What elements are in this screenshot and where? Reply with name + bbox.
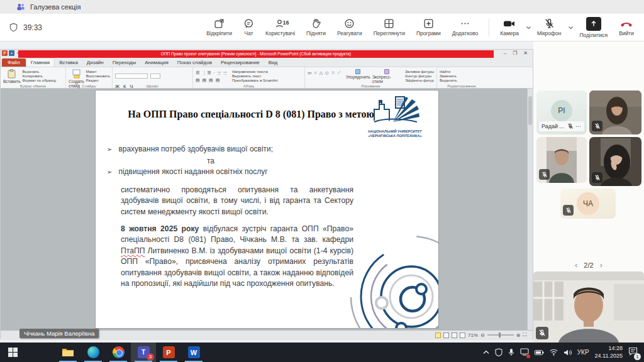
pager-next-icon[interactable]: › <box>600 260 602 270</box>
slide-sorter-icon[interactable] <box>443 332 449 338</box>
reset-button[interactable]: Восстановить <box>86 74 110 78</box>
close-button[interactable]: ✕ <box>523 50 528 56</box>
slide-paragraph-1[interactable]: систематично проводяться опитування та а… <box>121 185 353 217</box>
share-button[interactable]: Поділитися <box>574 15 613 40</box>
defender-icon[interactable] <box>495 348 502 356</box>
zoom-slider[interactable] <box>487 334 514 336</box>
font-name-box[interactable] <box>115 70 160 81</box>
quick-styles-button[interactable]: Экспресс-стили <box>372 69 402 84</box>
slide-title[interactable]: На ОПП Право спеціальності D 8 (081) Пра… <box>103 107 399 121</box>
participant-tile-video-1[interactable] <box>589 90 641 134</box>
unpin-button[interactable]: Відкріпити <box>201 16 238 38</box>
paste-button[interactable]: Вставить <box>3 69 21 84</box>
taskbar-chrome[interactable] <box>106 343 131 362</box>
find-button[interactable]: Найти <box>440 70 457 74</box>
screen-share-indicator-icon[interactable] <box>520 347 529 358</box>
tab-review[interactable]: Рецензирование <box>216 58 264 67</box>
normal-view-icon[interactable] <box>435 332 441 338</box>
camera-options-chevron-icon[interactable] <box>526 26 531 30</box>
participant-name-pill[interactable]: Радай ... ⋯ <box>539 121 584 131</box>
start-button[interactable] <box>0 343 25 362</box>
shapes-gallery[interactable]: ▭ ○ △ ◇ ☆ ⟋ <box>308 69 344 75</box>
replace-button[interactable]: Заменить <box>440 74 457 78</box>
zoom-in-icon[interactable]: ⊕ <box>516 332 521 338</box>
bullet-connector: та <box>107 156 314 165</box>
taskbar-edge[interactable] <box>80 343 106 362</box>
shape-effects-button[interactable]: Эффекты фигур <box>405 79 434 82</box>
language-indicator[interactable]: УКР <box>577 349 589 356</box>
view-button[interactable]: Переглянути <box>368 16 411 38</box>
reading-view-icon[interactable] <box>452 332 457 338</box>
shield-icon[interactable] <box>9 23 18 32</box>
fit-to-window-icon[interactable]: ⛶ <box>523 332 526 338</box>
camera-button[interactable]: Камера <box>494 16 525 38</box>
mic-button[interactable]: Мікрофон <box>531 16 567 38</box>
format-painter-button[interactable]: Формат по образцу <box>23 79 57 82</box>
hidden-icons-chevron-icon[interactable] <box>483 350 489 354</box>
tab-insert[interactable]: Вставка <box>55 58 82 67</box>
copy-button[interactable]: Копировать <box>23 74 57 78</box>
vertical-scrollbar[interactable] <box>527 89 533 330</box>
smartart-button[interactable]: Преобразовать в SmartArt <box>232 79 278 82</box>
taskbar-word[interactable]: W <box>181 343 206 362</box>
slide-bullet-list[interactable]: ➢ врахування потреб здобувачів вищої осв… <box>107 145 358 179</box>
tab-file[interactable]: Файл <box>2 58 26 67</box>
participant-tile-video-2[interactable] <box>536 137 587 183</box>
taskbar-powerpoint[interactable]: P <box>156 343 181 362</box>
mic-options-chevron-icon[interactable] <box>568 26 574 30</box>
minimize-button[interactable]: – <box>504 50 506 56</box>
tab-slideshow[interactable]: Показ слайдов <box>173 58 216 67</box>
participants-button[interactable]: 16 Користувачі <box>260 16 301 38</box>
taskbar-clock[interactable]: 14:28 24.11.2025 <box>595 345 623 359</box>
volume-icon[interactable] <box>564 349 572 356</box>
text-direction-button[interactable]: Направление текста <box>232 70 278 74</box>
participant-tile-cha[interactable]: ЧА <box>560 189 616 219</box>
battery-icon[interactable] <box>535 349 544 356</box>
windows-logo-icon <box>8 348 18 357</box>
layout-button[interactable]: Макет <box>86 70 110 74</box>
chat-button[interactable]: Чат <box>238 16 260 38</box>
slide-paragraph-2[interactable]: 8 жовтня 2025 року відбулася зустріч гар… <box>121 224 353 289</box>
mic-muted-badge <box>592 121 602 131</box>
zoom-slider-thumb[interactable] <box>499 332 501 337</box>
tab-view[interactable]: Вид <box>264 58 282 67</box>
cut-button[interactable]: Вырезать <box>23 70 57 74</box>
react-button[interactable]: Реагувати <box>331 16 368 38</box>
participant-tile-raday[interactable]: РІ Радай ... ⋯ <box>536 90 587 134</box>
shape-outline-button[interactable]: Контур фигуры <box>405 74 434 78</box>
participant-tile-video-3[interactable] <box>589 137 641 186</box>
raise-hand-button[interactable]: Підняти <box>301 16 331 38</box>
restore-button[interactable]: ❐ <box>513 50 517 56</box>
scrollbar-thumb[interactable] <box>528 96 532 125</box>
wifi-icon[interactable] <box>550 349 558 356</box>
more-options-icon[interactable]: ⋯ <box>575 123 582 129</box>
list-buttons[interactable]: ☰ ⋮☰ · 𝄙 𝄙 <box>196 70 228 75</box>
tab-animations[interactable]: Анимация <box>140 58 173 67</box>
tab-home[interactable]: Главная <box>26 58 55 67</box>
zoom-level: 71% <box>468 332 478 338</box>
shape-fill-button[interactable]: Заливка фигуры <box>405 70 434 74</box>
align-text-button[interactable]: Выровнять текст <box>232 74 278 78</box>
tab-design[interactable]: Дизайн <box>82 58 108 67</box>
taskbar-teams[interactable]: T 3 <box>131 343 156 362</box>
taskbar-explorer[interactable] <box>55 343 80 362</box>
action-center-button[interactable]: 1 <box>628 347 638 358</box>
tab-transitions[interactable]: Переходы <box>108 58 141 67</box>
usb-device-icon[interactable] <box>508 348 514 356</box>
apps-button[interactable]: Програми <box>411 16 447 38</box>
popout-icon <box>214 18 225 29</box>
zoom-out-icon[interactable]: ⊖ <box>480 332 485 338</box>
slide-canvas[interactable]: На ОПП Право спеціальності D 8 (081) Пра… <box>95 90 439 329</box>
powerpoint-titlebar[interactable]: P ▪ ↶ ↻ ОПП Право проект опитування [Реж… <box>1 50 533 58</box>
slideshow-icon[interactable] <box>460 332 465 338</box>
leave-button[interactable]: Вийти <box>613 16 644 38</box>
select-button[interactable]: Выделить <box>440 79 457 82</box>
arrange-button[interactable]: Упорядочить <box>346 69 370 79</box>
align-buttons[interactable]: ▤ ▤ ▤ ▤ <box>196 77 228 83</box>
section-button[interactable]: Раздел <box>86 79 110 82</box>
pager-prev-icon[interactable]: ‹ <box>575 260 577 270</box>
save-icon[interactable]: ▪ <box>9 50 14 56</box>
participant-tile-video-large[interactable] <box>533 272 644 343</box>
ribbon-group-font: Ж К Ч Шрифт <box>113 67 193 88</box>
more-button[interactable]: Додатково <box>447 16 484 38</box>
